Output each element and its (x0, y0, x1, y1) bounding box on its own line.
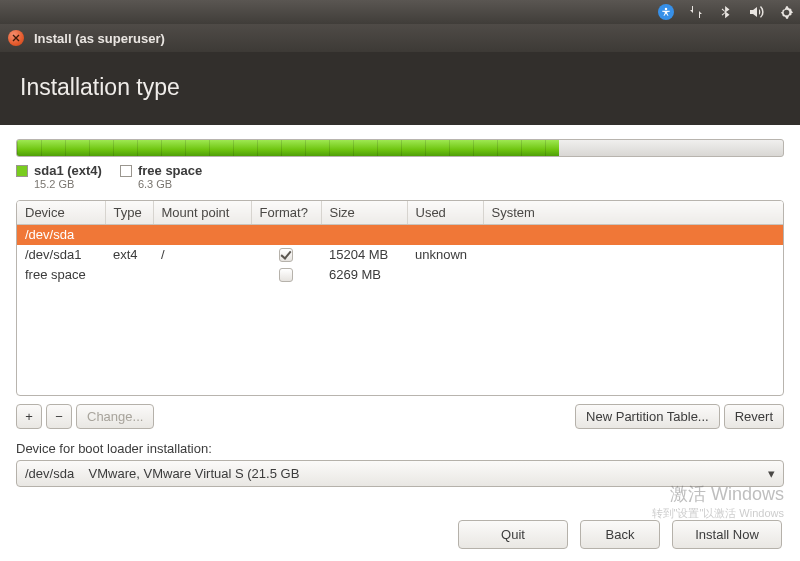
window-title: Install (as superuser) (34, 31, 165, 46)
cell-device: free space (17, 265, 105, 285)
volume-icon[interactable] (748, 4, 764, 20)
page-title: Installation type (20, 74, 780, 101)
remove-partition-button[interactable]: − (46, 404, 72, 429)
table-header-row: Device Type Mount point Format? Size Use… (17, 201, 783, 225)
legend-item: free space 6.3 GB (120, 163, 202, 190)
new-partition-table-button[interactable]: New Partition Table... (575, 404, 720, 429)
gear-icon[interactable] (778, 4, 794, 20)
col-type[interactable]: Type (105, 201, 153, 225)
usage-legend: sda1 (ext4) 15.2 GB free space 6.3 GB (16, 163, 784, 190)
install-now-button[interactable]: Install Now (672, 520, 782, 549)
quit-button[interactable]: Quit (458, 520, 568, 549)
col-size[interactable]: Size (321, 201, 407, 225)
back-button[interactable]: Back (580, 520, 660, 549)
table-empty-area (17, 285, 783, 395)
bootloader-device-select[interactable]: /dev/sda VMware, VMware Virtual S (21.5 … (16, 460, 784, 487)
col-device[interactable]: Device (17, 201, 105, 225)
window-title-bar: Install (as superuser) (0, 24, 800, 52)
close-button[interactable] (8, 30, 24, 46)
page-header: Installation type (0, 52, 800, 125)
bootloader-value: /dev/sda VMware, VMware Virtual S (21.5 … (25, 466, 299, 481)
table-row[interactable]: /dev/sda1ext4/15204 MBunknown (17, 245, 783, 265)
legend-size: 15.2 GB (34, 178, 102, 190)
usage-segment-used (17, 140, 559, 156)
bootloader-label: Device for boot loader installation: (16, 441, 784, 456)
format-checkbox[interactable] (279, 248, 293, 262)
table-row[interactable]: /dev/sda (17, 225, 783, 245)
legend-item: sda1 (ext4) 15.2 GB (16, 163, 102, 190)
bluetooth-icon[interactable] (718, 4, 734, 20)
network-icon[interactable] (688, 4, 704, 20)
add-partition-button[interactable]: + (16, 404, 42, 429)
revert-button[interactable]: Revert (724, 404, 784, 429)
col-format[interactable]: Format? (251, 201, 321, 225)
disk-usage-bar (16, 139, 784, 157)
cell-device: /dev/sda1 (17, 245, 105, 265)
table-row[interactable]: free space6269 MB (17, 265, 783, 285)
col-used[interactable]: Used (407, 201, 483, 225)
format-checkbox[interactable] (279, 268, 293, 282)
legend-swatch-icon (16, 165, 28, 177)
legend-label: sda1 (ext4) (34, 163, 102, 178)
chevron-down-icon: ▾ (768, 466, 775, 481)
col-system[interactable]: System (483, 201, 783, 225)
svg-point-0 (665, 8, 668, 11)
legend-swatch-icon (120, 165, 132, 177)
change-partition-button[interactable]: Change... (76, 404, 154, 429)
legend-size: 6.3 GB (138, 178, 202, 190)
legend-label: free space (138, 163, 202, 178)
partition-table[interactable]: Device Type Mount point Format? Size Use… (16, 200, 784, 396)
cell-device: /dev/sda (17, 225, 105, 245)
activation-watermark: 激活 Windows 转到"设置"以激活 Windows (652, 482, 785, 521)
system-tray (0, 0, 800, 24)
wizard-footer: Quit Back Install Now (458, 520, 782, 549)
col-mount[interactable]: Mount point (153, 201, 251, 225)
accessibility-icon[interactable] (658, 4, 674, 20)
